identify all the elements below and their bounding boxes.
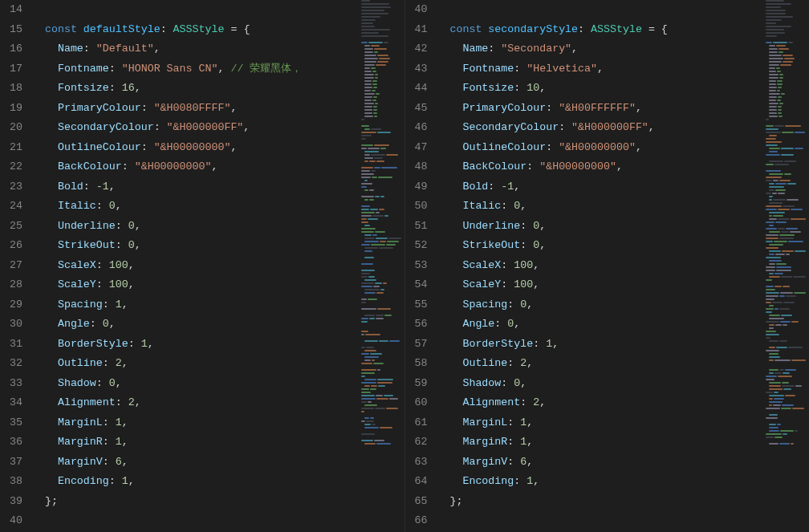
code-line[interactable]: Fontname: "HONOR Sans CN", // 荣耀黑体， xyxy=(32,59,404,79)
code-line[interactable]: Shadow: 0, xyxy=(32,374,404,394)
line-number: 30 xyxy=(0,315,22,335)
code-line[interactable]: BackColour: "&H00000000", xyxy=(437,157,810,177)
code-line[interactable]: }; xyxy=(32,492,404,512)
code-line[interactable]: Italic: 0, xyxy=(32,197,404,217)
code-line[interactable]: StrikeOut: 0, xyxy=(32,236,404,256)
code-line[interactable] xyxy=(32,0,404,20)
line-number: 25 xyxy=(0,217,22,237)
line-number: 47 xyxy=(405,138,428,158)
line-number: 55 xyxy=(405,295,428,315)
code-line[interactable]: Underline: 0, xyxy=(32,217,404,237)
code-line[interactable]: Bold: -1, xyxy=(437,177,810,197)
line-number: 28 xyxy=(0,275,22,295)
minimap[interactable] xyxy=(358,0,404,532)
line-number: 59 xyxy=(405,374,428,394)
line-number: 21 xyxy=(0,138,22,158)
code-line[interactable]: PrimaryColour: "&H00FFFFFF", xyxy=(437,99,810,119)
code-line[interactable]: ScaleX: 100, xyxy=(32,256,404,276)
code-line[interactable]: BackColour: "&H00000000", xyxy=(32,157,404,177)
code-line[interactable]: Name: "Secondary", xyxy=(437,39,810,59)
line-number: 26 xyxy=(0,236,22,256)
code-area[interactable]: const secondaryStyle: ASSStyle = { Name:… xyxy=(437,0,810,532)
code-line[interactable]: Bold: -1, xyxy=(32,177,404,197)
line-number: 36 xyxy=(0,433,22,453)
line-number: 39 xyxy=(0,492,22,512)
line-number: 66 xyxy=(405,511,428,531)
code-line[interactable]: StrikeOut: 0, xyxy=(437,236,810,256)
line-number: 48 xyxy=(405,157,428,177)
code-line[interactable]: OutlineColour: "&H00000000", xyxy=(32,138,404,158)
code-line[interactable]: Name: "Default", xyxy=(32,39,404,59)
editor-pane-right[interactable]: 4041424344454647484950515253545556575859… xyxy=(404,0,810,532)
editor-split: 1415161718192021222324252627282930313233… xyxy=(0,0,809,532)
line-number: 44 xyxy=(405,79,428,99)
line-number: 34 xyxy=(0,393,22,413)
line-number: 15 xyxy=(0,20,22,40)
code-line[interactable] xyxy=(437,511,810,531)
code-line[interactable]: Spacing: 1, xyxy=(32,295,404,315)
code-line[interactable]: Fontsize: 16, xyxy=(32,79,404,99)
line-number: 64 xyxy=(405,472,428,492)
code-line[interactable]: Angle: 0, xyxy=(437,315,810,335)
code-line[interactable]: ScaleY: 100, xyxy=(32,275,404,295)
code-line[interactable]: Alignment: 2, xyxy=(437,393,810,413)
line-number: 31 xyxy=(0,335,22,355)
code-line[interactable]: OutlineColour: "&H00000000", xyxy=(437,138,810,158)
code-line[interactable]: MarginL: 1, xyxy=(32,413,404,433)
code-line[interactable]: const secondaryStyle: ASSStyle = { xyxy=(437,20,810,40)
line-number: 33 xyxy=(0,374,22,394)
code-line[interactable]: MarginL: 1, xyxy=(437,413,810,433)
line-number: 18 xyxy=(0,79,22,99)
code-line[interactable]: Outline: 2, xyxy=(32,354,404,374)
line-number: 32 xyxy=(0,354,22,374)
line-number: 50 xyxy=(405,197,428,217)
line-number: 52 xyxy=(405,236,428,256)
code-line[interactable]: }; xyxy=(437,492,810,512)
code-line[interactable]: PrimaryColour: "&H0080FFFF", xyxy=(32,99,404,119)
code-line[interactable]: MarginR: 1, xyxy=(437,433,810,453)
line-number: 29 xyxy=(0,295,22,315)
code-line[interactable]: Underline: 0, xyxy=(437,217,810,237)
code-line[interactable]: Fontsize: 10, xyxy=(437,79,810,99)
code-line[interactable]: Fontname: "Helvetica", xyxy=(437,59,810,79)
code-line[interactable]: Outline: 2, xyxy=(437,354,810,374)
code-line[interactable]: SecondaryColour: "&H000000FF", xyxy=(437,118,810,138)
line-number: 65 xyxy=(405,492,428,512)
code-line[interactable]: Angle: 0, xyxy=(32,315,404,335)
code-line[interactable]: Spacing: 0, xyxy=(437,295,810,315)
line-number: 16 xyxy=(0,39,22,59)
line-number: 41 xyxy=(405,20,428,40)
line-number: 56 xyxy=(405,315,428,335)
code-line[interactable]: Encoding: 1, xyxy=(32,472,404,492)
code-line[interactable]: SecondaryColour: "&H000000FF", xyxy=(32,118,404,138)
code-line[interactable] xyxy=(32,511,404,531)
line-number: 60 xyxy=(405,393,428,413)
editor-pane-left[interactable]: 1415161718192021222324252627282930313233… xyxy=(0,0,404,532)
code-line[interactable]: Alignment: 2, xyxy=(32,393,404,413)
line-number: 22 xyxy=(0,157,22,177)
code-line[interactable]: Italic: 0, xyxy=(437,197,810,217)
line-number: 58 xyxy=(405,354,428,374)
code-line[interactable]: BorderStyle: 1, xyxy=(32,335,404,355)
code-line[interactable]: BorderStyle: 1, xyxy=(437,335,810,355)
code-area[interactable]: const defaultStyle: ASSStyle = { Name: "… xyxy=(32,0,404,532)
code-line[interactable]: Encoding: 1, xyxy=(437,472,810,492)
line-number: 51 xyxy=(405,217,428,237)
line-number: 40 xyxy=(405,0,428,20)
code-line[interactable] xyxy=(437,0,810,20)
code-line[interactable]: ScaleY: 100, xyxy=(437,275,810,295)
line-number: 63 xyxy=(405,453,428,473)
line-number: 46 xyxy=(405,118,428,138)
code-line[interactable]: const defaultStyle: ASSStyle = { xyxy=(32,20,404,40)
line-number: 62 xyxy=(405,433,428,453)
code-line[interactable]: Shadow: 0, xyxy=(437,374,810,394)
line-number: 37 xyxy=(0,453,22,473)
line-number: 20 xyxy=(0,118,22,138)
code-line[interactable]: MarginR: 1, xyxy=(32,433,404,453)
line-number: 57 xyxy=(405,335,428,355)
code-line[interactable]: MarginV: 6, xyxy=(437,453,810,473)
code-line[interactable]: MarginV: 6, xyxy=(32,453,404,473)
line-number: 35 xyxy=(0,413,22,433)
code-line[interactable]: ScaleX: 100, xyxy=(437,256,810,276)
minimap[interactable] xyxy=(762,0,809,532)
